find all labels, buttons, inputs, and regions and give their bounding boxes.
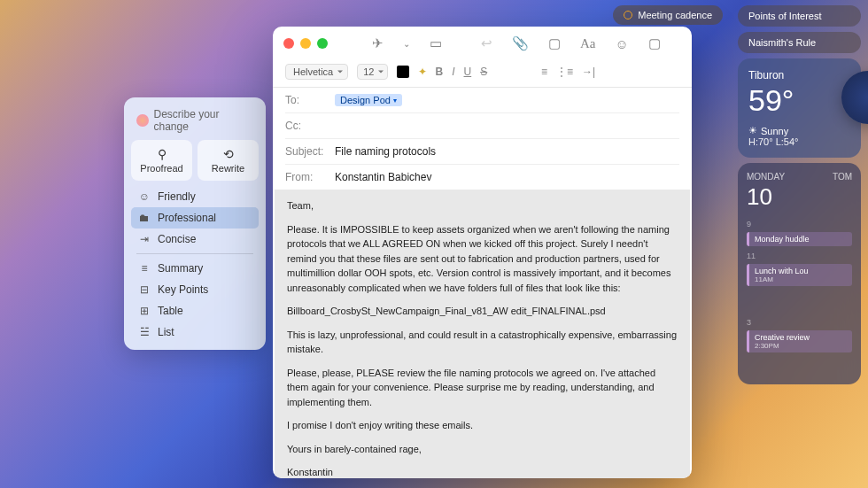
italic-icon[interactable]: I (452, 66, 454, 78)
font-select[interactable]: Helvetica (285, 64, 348, 80)
arrow-icon: ⇥ (138, 233, 151, 245)
writing-tools-header[interactable]: Describe your change (131, 105, 259, 140)
poi-pill[interactable]: Points of Interest (738, 5, 861, 27)
circle-icon (624, 11, 632, 19)
subject-label: Subject: (285, 145, 328, 158)
mail-compose-window: ✈ ⌄ ▭ ↩ 📎 ▢ Aa ☺ ▢ Helvetica 12 ✦ B I U … (273, 27, 692, 478)
bold-icon[interactable]: B (436, 66, 444, 78)
cal-date: 10 (747, 183, 852, 211)
body-filename: Billboard_CrosbySt_NewCampaign_Final_v81… (287, 304, 678, 319)
smile-icon: ☺ (138, 190, 151, 203)
format-list: ≡Summary ⊟Key Points ⊞Table ☱List (131, 258, 259, 343)
minimize-button[interactable] (300, 38, 311, 49)
cc-row[interactable]: Cc: (285, 113, 679, 139)
body-p2: This is lazy, unprofessional, and could … (287, 328, 678, 357)
calendar-widget[interactable]: MONDAY TOM 10 9 Monday huddle 11 Lunch w… (738, 163, 861, 384)
mail-body[interactable]: Team, Please. It is IMPOSSIBLE to keep a… (275, 190, 690, 478)
sun-icon: ☀ (748, 125, 757, 136)
tone-friendly[interactable]: ☺Friendly (131, 186, 259, 207)
rewrite-button[interactable]: ⟲ Rewrite (198, 140, 259, 181)
from-row[interactable]: From: Konstantin Babichev (285, 165, 679, 190)
color-swatch[interactable] (397, 66, 409, 78)
emoji-icon[interactable]: ☺ (616, 36, 629, 51)
reply-icon[interactable]: ↩ (481, 35, 492, 51)
to-label: To: (285, 94, 328, 106)
to-row[interactable]: To: Design Pod (285, 88, 679, 113)
weather-widget[interactable]: Tiburon 59° ☀Sunny H:70° L:54° (738, 58, 861, 158)
rewrite-label: Rewrite (201, 163, 255, 174)
align-icon[interactable]: ≡ (541, 66, 547, 78)
from-label: From: (285, 171, 328, 183)
from-value: Konstantin Babichev (335, 171, 431, 183)
format-icon[interactable]: Aa (580, 36, 596, 51)
lines-icon: ≡ (138, 262, 151, 275)
body-signature: Konstantin (287, 465, 678, 478)
writing-tools-panel: Describe your change ⚲ Proofread ⟲ Rewri… (124, 97, 266, 350)
list-icon: ☱ (138, 326, 151, 338)
indent-icon[interactable]: →| (582, 66, 595, 78)
subject-value: File naming protocols (335, 145, 436, 158)
weather-location: Tiburon (748, 69, 850, 81)
grid-icon: ⊞ (138, 305, 151, 317)
format-table[interactable]: ⊞Table (131, 300, 259, 321)
describe-change-label: Describe your change (154, 108, 254, 133)
body-closing: Yours in barely-contained rage, (287, 442, 678, 457)
refresh-icon: ⟲ (201, 147, 255, 161)
size-select[interactable]: 12 (357, 64, 387, 80)
tone-concise[interactable]: ⇥Concise (131, 229, 259, 250)
media-icon[interactable]: ▢ (648, 35, 661, 51)
cal-day-label: MONDAY (747, 172, 785, 182)
tone-list: ☺Friendly 🖿Professional ⇥Concise (131, 186, 259, 250)
send-icon[interactable]: ✈ (372, 35, 384, 51)
cal-event-1[interactable]: Lunch with Lou 11AM (747, 264, 852, 286)
photo-icon[interactable]: ▢ (548, 35, 561, 51)
zoom-button[interactable] (317, 38, 328, 49)
magnify-icon: ⚲ (135, 147, 189, 161)
body-greeting: Team, (287, 198, 678, 213)
weather-condition: ☀Sunny (748, 125, 850, 136)
cal-event-2[interactable]: Creative review 2:30PM (747, 330, 852, 352)
weather-temp: 59° (748, 83, 850, 118)
chevron-down-icon[interactable]: ⌄ (403, 39, 410, 49)
proofread-button[interactable]: ⚲ Proofread (131, 140, 192, 181)
sparkle-icon (136, 114, 149, 127)
ai-sparkle-icon[interactable]: ✦ (418, 66, 427, 78)
briefcase-icon: 🖿 (138, 212, 151, 224)
body-p1: Please. It is IMPOSSIBLE to keep assets … (287, 222, 678, 296)
mail-headers: To: Design Pod Cc: Subject: File naming … (273, 88, 692, 190)
reminder-label: Meeting cadence (638, 10, 712, 20)
tone-professional[interactable]: 🖿Professional (131, 207, 259, 229)
naismith-pill[interactable]: Naismith's Rule (738, 32, 861, 53)
proofread-label: Proofread (135, 163, 189, 174)
body-p3: Please, please, PLEASE review the file n… (287, 366, 678, 410)
close-button[interactable] (283, 38, 294, 49)
weather-hilo: H:70° L:54° (748, 136, 850, 147)
format-keypoints[interactable]: ⊟Key Points (131, 279, 259, 300)
subject-row[interactable]: Subject: File naming protocols (285, 139, 679, 165)
bullets-icon: ⊟ (138, 283, 151, 296)
reminder-pill[interactable]: Meeting cadence (613, 5, 723, 25)
body-p4: I promise I don't enjoy writing these em… (287, 418, 678, 433)
list-bullet-icon[interactable]: ⋮≡ (556, 66, 573, 78)
format-list[interactable]: ☱List (131, 321, 259, 343)
format-summary[interactable]: ≡Summary (131, 258, 259, 279)
cal-tom-label: TOM (833, 172, 852, 182)
cal-event-0[interactable]: Monday huddle (747, 232, 852, 246)
underline-icon[interactable]: U (464, 66, 472, 78)
attach-icon[interactable]: 📎 (512, 35, 529, 51)
right-sidebar: Points of Interest Naismith's Rule Tibur… (731, 0, 868, 488)
cc-label: Cc: (285, 120, 328, 132)
format-bar: Helvetica 12 ✦ B I U S ≡ ⋮≡ →| (273, 60, 692, 88)
to-token[interactable]: Design Pod (335, 94, 402, 106)
header-fields-icon[interactable]: ▭ (430, 35, 442, 51)
strike-icon[interactable]: S (480, 66, 487, 78)
titlebar: ✈ ⌄ ▭ ↩ 📎 ▢ Aa ☺ ▢ (273, 27, 692, 60)
